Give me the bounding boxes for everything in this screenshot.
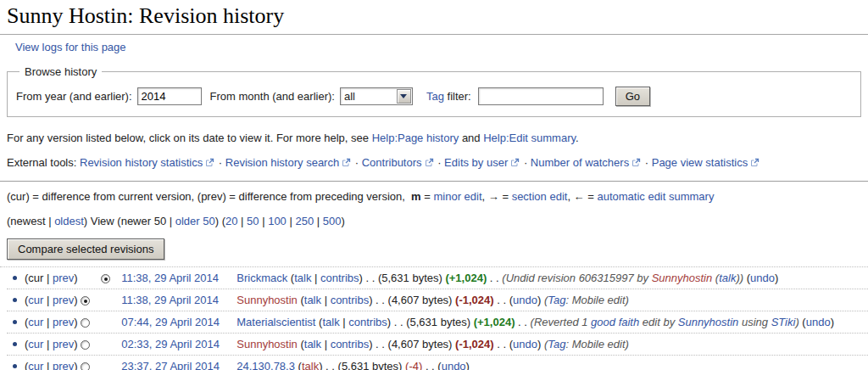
tag-filter-input[interactable]	[478, 87, 604, 105]
compare-selected-revisions-button[interactable]: Compare selected revisions	[7, 238, 164, 260]
view-logs-link[interactable]: View logs for this page	[15, 41, 126, 53]
edit-summary-user-link[interactable]: Sunnyhostin	[652, 272, 713, 284]
page-size-link[interactable]: 20	[225, 215, 237, 227]
punct: . .	[487, 272, 502, 284]
select-dropdown-button[interactable]	[397, 89, 411, 104]
user-contribs-link[interactable]: contribs	[331, 294, 370, 306]
minor-edit-link[interactable]: minor edit	[434, 190, 482, 203]
user-link[interactable]: Brickmack	[236, 272, 287, 284]
help-text-part: For any version listed below, click on i…	[7, 132, 372, 144]
punct: |	[43, 360, 53, 370]
diff-radio[interactable]	[101, 274, 110, 283]
external-tools-links: Revision history statistics · Revision h…	[80, 156, 760, 169]
page-size-link[interactable]: 50	[247, 215, 259, 227]
from-year-label: From year (and earlier):	[16, 90, 132, 103]
month-select-value: all	[344, 90, 355, 103]
edit-summary-link[interactable]: Sunnyhostin	[678, 316, 739, 328]
punct: |	[340, 316, 349, 328]
user-contribs-link[interactable]: contribs	[331, 338, 370, 350]
oldid-radio[interactable]	[81, 318, 90, 328]
count-links: 20 | 50 | 100 | 250 | 500	[225, 215, 341, 227]
revision-date-link[interactable]: 07:44, 29 April 2014	[121, 316, 230, 328]
older-50-link[interactable]: older 50	[175, 215, 215, 227]
revision-row: (cur | prev) 11:38, 29 April 2014Brickma…	[7, 267, 868, 289]
edit-summary-link[interactable]: Tag	[548, 294, 565, 306]
external-tool-link[interactable]: Edits by user	[444, 156, 508, 169]
edit-summary-text: : Mobile edit)	[565, 338, 628, 350]
user-talk-link[interactable]: talk	[322, 316, 339, 328]
user-talk-link[interactable]: talk	[302, 360, 319, 370]
legend-text-part: =	[421, 190, 434, 203]
user-talk-link[interactable]: talk	[304, 338, 321, 350]
punct: )	[775, 272, 778, 284]
byte-size: (4,607 bytes)	[388, 338, 456, 350]
edit-summary-link[interactable]: talk	[719, 272, 736, 284]
month-select[interactable]: all	[340, 87, 413, 105]
page-size-link[interactable]: 250	[295, 215, 314, 227]
user-link[interactable]: Materialscientist	[236, 316, 315, 328]
external-tool-link[interactable]: Revision history statistics	[80, 156, 203, 169]
punct: (	[298, 294, 304, 306]
revision-date-link[interactable]: 11:38, 29 April 2014	[121, 294, 230, 306]
dot-separator: ·	[352, 156, 362, 169]
cur-label: cur	[28, 272, 43, 284]
external-tool-link[interactable]: Page view statistics	[652, 156, 748, 169]
oldid-radio[interactable]	[81, 340, 90, 350]
cur-link[interactable]: cur	[28, 294, 43, 306]
edit-summary-link[interactable]: good faith	[591, 316, 639, 328]
nav-text-part: |	[259, 215, 269, 227]
help-page-history-link[interactable]: Help:Page history	[372, 132, 459, 144]
undo-link[interactable]: undo	[442, 360, 466, 370]
punct: )	[74, 316, 81, 328]
external-tool-link[interactable]: Revision history search	[225, 156, 339, 169]
oldest-link[interactable]: oldest	[54, 215, 84, 227]
prev-link[interactable]: prev	[53, 338, 74, 350]
prev-link[interactable]: prev	[53, 316, 74, 328]
from-year-input[interactable]	[137, 87, 202, 105]
page-size-link[interactable]: 500	[323, 215, 342, 227]
external-tool-link[interactable]: Contributors	[362, 156, 422, 169]
revision-date-link[interactable]: 11:38, 29 April 2014	[121, 272, 230, 284]
edit-summary-link[interactable]: STiki	[771, 316, 796, 328]
undo-link[interactable]: undo	[513, 294, 537, 306]
page-size-link[interactable]: 100	[268, 215, 287, 227]
user-link[interactable]: Sunnyhostin	[236, 338, 298, 350]
go-button[interactable]: Go	[615, 87, 650, 106]
revision-date-link[interactable]: 23:37, 27 April 2014	[121, 360, 230, 370]
nav-text-part: |	[237, 215, 247, 227]
cur-link[interactable]: cur	[28, 360, 43, 370]
help-text-part: .	[576, 132, 579, 144]
undo-link[interactable]: undo	[806, 316, 831, 328]
help-edit-summary-link[interactable]: Help:Edit summary	[483, 132, 576, 144]
prev-link[interactable]: prev	[53, 272, 74, 284]
punct: )	[74, 338, 81, 350]
user-contribs-link[interactable]: contribs	[320, 272, 359, 284]
tag-filter-link[interactable]: Tag	[426, 90, 444, 103]
user-contribs-link[interactable]: contribs	[348, 316, 387, 328]
user-talk-link[interactable]: talk	[304, 294, 321, 306]
oldid-radio[interactable]	[81, 362, 90, 370]
external-tool-link[interactable]: Number of watchers	[531, 156, 629, 169]
punct: )	[74, 360, 81, 370]
automatic-edit-summary-link[interactable]: automatic edit summary	[597, 190, 714, 203]
punct: |	[311, 272, 320, 284]
dots-separator: . .	[322, 360, 337, 370]
from-month-label: From month (and earlier):	[210, 90, 335, 103]
user-talk-link[interactable]: talk	[294, 272, 311, 284]
undo-link[interactable]: undo	[513, 338, 537, 350]
revision-row: (cur | prev) 23:37, 27 April 201424.130.…	[7, 356, 868, 370]
cur-link[interactable]: cur	[28, 338, 43, 350]
prev-link[interactable]: prev	[53, 360, 74, 370]
undo-link[interactable]: undo	[750, 272, 775, 284]
prev-link[interactable]: prev	[53, 294, 74, 306]
section-edit-link[interactable]: section edit	[512, 190, 568, 203]
user-link[interactable]: Sunnyhostin	[236, 294, 298, 306]
user-link[interactable]: 24.130.78.3	[236, 360, 295, 370]
external-link-icon	[510, 154, 520, 172]
edit-summary-link[interactable]: Tag	[548, 338, 565, 350]
dot-separator: ·	[520, 156, 531, 169]
cur-link[interactable]: cur	[28, 316, 43, 328]
revision-row: (cur | prev) 11:38, 29 April 2014Sunnyho…	[7, 289, 868, 311]
revision-date-link[interactable]: 02:33, 29 April 2014	[121, 338, 230, 350]
oldid-radio[interactable]	[81, 296, 90, 306]
